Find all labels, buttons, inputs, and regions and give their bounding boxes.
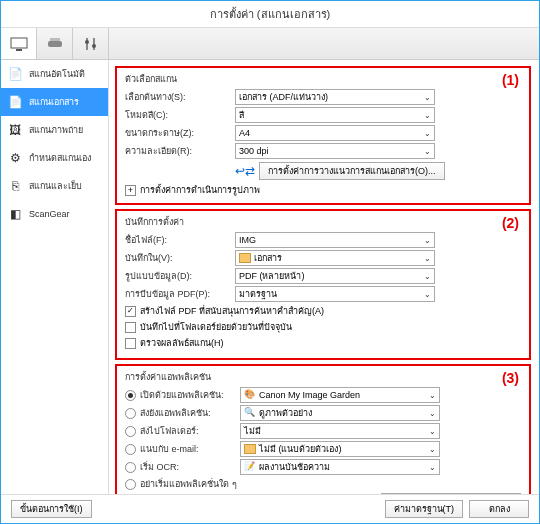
ok-button[interactable]: ตกลง (469, 500, 529, 518)
folder-icon (244, 444, 256, 454)
section-title: ตัวเลือกสแกน (125, 72, 521, 86)
sidebar-label: สแกนและเย็บ (29, 179, 82, 193)
section-scan-options: (1) ตัวเลือกสแกน เลือกต้นทาง(S):เอกสาร (… (115, 66, 531, 205)
scanner-icon (46, 37, 64, 51)
auto-icon: 📄 (7, 66, 23, 82)
select-format[interactable]: PDF (หลายหน้า)⌄ (235, 268, 435, 284)
input-filename[interactable]: IMG⌄ (235, 232, 435, 248)
section-marker-3: (3) (502, 370, 519, 386)
document-icon: 📄 (7, 94, 23, 110)
checkbox-subfolder-date[interactable] (125, 322, 136, 333)
label-filename: ชื่อไฟล์(F): (125, 233, 235, 247)
svg-rect-1 (16, 49, 22, 51)
select-resolution[interactable]: 300 dpi⌄ (235, 143, 435, 159)
checkbox-check-results[interactable] (125, 338, 136, 349)
more-functions-button[interactable]: ฟังก์ชันเพิ่มเติม(M) (381, 493, 521, 494)
sidebar-item-photo[interactable]: 🖼สแกนภาพถ่าย (1, 116, 108, 144)
window-title: การตั้งค่า (สแกนเอกสาร) (1, 1, 539, 28)
checkbox-label: สร้างไฟล์ PDF ที่สนับสนุนการค้นหาคำสำคัญ… (140, 304, 324, 318)
select-compress[interactable]: มาตรฐาน⌄ (235, 286, 435, 302)
label-no-app: อย่าเริ่มแอพพลิเคชั่นใด ๆ (140, 477, 237, 491)
chevron-down-icon: ⌄ (424, 290, 431, 299)
canon-app-icon: 🎨 (244, 389, 256, 401)
label-source: เลือกต้นทาง(S): (125, 90, 235, 104)
tab-scan-from-panel[interactable] (37, 28, 73, 59)
sidebar-label: กำหนดสแกนเอง (29, 151, 91, 165)
sidebar-item-custom[interactable]: ⚙กำหนดสแกนเอง (1, 144, 108, 172)
scangear-icon: ◧ (7, 206, 23, 222)
sidebar-label: สแกนภาพถ่าย (29, 123, 83, 137)
svg-rect-3 (50, 38, 60, 41)
sidebar-label: ScanGear (29, 209, 70, 219)
expand-image-processing[interactable]: +การตั้งค่าการดำเนินการรูปภาพ (125, 183, 521, 197)
label-send-folder: ส่งไปโฟลเดอร์: (140, 424, 240, 438)
sliders-icon (83, 36, 99, 52)
custom-icon: ⚙ (7, 150, 23, 166)
radio-send-app[interactable] (125, 408, 136, 419)
chevron-down-icon: ⌄ (429, 391, 436, 400)
section-marker-2: (2) (502, 215, 519, 231)
help-button[interactable]: ขั้นตอนการใช้(I) (11, 500, 92, 518)
checkbox-label: ตรวจผลลัพธ์สแกน(H) (140, 336, 224, 350)
svg-point-6 (85, 40, 89, 44)
chevron-down-icon: ⌄ (424, 111, 431, 120)
section-title: บันทึกการตั้งค่า (125, 215, 521, 229)
chevron-down-icon: ⌄ (424, 93, 431, 102)
select-send-app[interactable]: 🔍ดูภาพตัวอย่าง⌄ (240, 405, 440, 421)
label-resolution: ความละเอียด(R): (125, 144, 235, 158)
label-open-app: เปิดด้วยแอพพลิเคชัน: (140, 388, 240, 402)
sidebar-item-scangear[interactable]: ◧ScanGear (1, 200, 108, 228)
monitor-icon (10, 37, 28, 51)
sidebar: 📄สแกนอัตโนมัติ 📄สแกนเอกสาร 🖼สแกนภาพถ่าย … (1, 60, 109, 494)
plus-icon: + (125, 185, 136, 196)
select-email[interactable]: ไม่มี (แนบด้วยตัวเอง)⌄ (240, 441, 440, 457)
label-compress: การบีบข้อมูล PDF(P): (125, 287, 235, 301)
preview-icon: 🔍 (244, 407, 256, 419)
section-app-settings: (3) การตั้งค่าแอพพลิเคชัน เปิดด้วยแอพพลิ… (115, 364, 531, 494)
radio-none[interactable] (125, 479, 136, 490)
radio-email[interactable] (125, 444, 136, 455)
chevron-down-icon: ⌄ (429, 409, 436, 418)
select-color[interactable]: สี⌄ (235, 107, 435, 123)
label-paper: ขนาดกระดาษ(Z): (125, 126, 235, 140)
svg-point-7 (92, 44, 96, 48)
label-ocr: เริ่ม OCR: (140, 460, 240, 474)
top-toolbar (1, 28, 539, 60)
photo-icon: 🖼 (7, 122, 23, 138)
chevron-down-icon: ⌄ (424, 129, 431, 138)
select-open-app[interactable]: 🎨Canon My Image Garden⌄ (240, 387, 440, 403)
svg-rect-2 (48, 41, 62, 47)
chevron-down-icon: ⌄ (429, 445, 436, 454)
radio-open-app[interactable] (125, 390, 136, 401)
select-send-folder[interactable]: ไม่มี⌄ (240, 423, 440, 439)
chevron-down-icon: ⌄ (429, 463, 436, 472)
select-paper[interactable]: A4⌄ (235, 125, 435, 141)
chevron-down-icon: ⌄ (429, 427, 436, 436)
section-title: การตั้งค่าแอพพลิเคชัน (125, 370, 521, 384)
chevron-down-icon: ⌄ (424, 236, 431, 245)
text-app-icon: 📝 (244, 461, 256, 473)
chevron-down-icon: ⌄ (424, 147, 431, 156)
sidebar-item-document[interactable]: 📄สแกนเอกสาร (1, 88, 108, 116)
tab-general-settings[interactable] (73, 28, 109, 59)
select-ocr[interactable]: 📝ผลงานบันช้อความ⌄ (240, 459, 440, 475)
radio-ocr[interactable] (125, 462, 136, 473)
chevron-down-icon: ⌄ (424, 254, 431, 263)
checkbox-keyword-pdf[interactable]: ✓ (125, 306, 136, 317)
section-marker-1: (1) (502, 72, 519, 88)
orientation-link-icon: ↩⇄ (235, 164, 255, 178)
tab-scan-from-computer[interactable] (1, 28, 37, 59)
sidebar-item-stitch[interactable]: ⎘สแกนและเย็บ (1, 172, 108, 200)
label-format: รูปแบบข้อมูล(D): (125, 269, 235, 283)
label-send-app: ส่งยังแอพพลิเคชัน: (140, 406, 240, 420)
section-save-settings: (2) บันทึกการตั้งค่า ชื่อไฟล์(F):IMG⌄ บั… (115, 209, 531, 360)
folder-icon (239, 253, 251, 263)
sidebar-item-auto[interactable]: 📄สแกนอัตโนมัติ (1, 60, 108, 88)
select-source[interactable]: เอกสาร (ADF/แท่นวาง)⌄ (235, 89, 435, 105)
radio-send-folder[interactable] (125, 426, 136, 437)
label-email: แนบกับ e-mail: (140, 442, 240, 456)
defaults-button[interactable]: ค่ามาตรฐาน(T) (385, 500, 464, 518)
orientation-settings-button[interactable]: การตั้งค่าการวางแนวการสแกนเอกสาร(O)... (259, 162, 445, 180)
label-color: โหมดสี(C): (125, 108, 235, 122)
select-savein[interactable]: เอกสาร⌄ (235, 250, 435, 266)
